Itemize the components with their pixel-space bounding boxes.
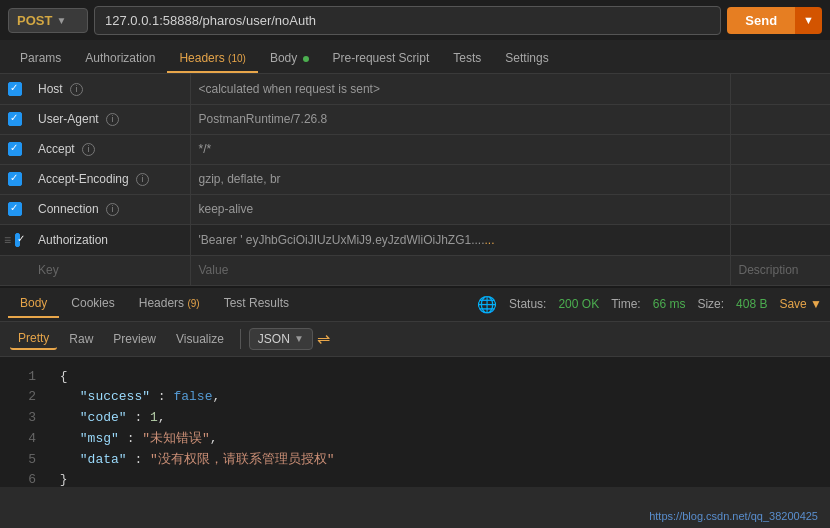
header-key: Accept-Encoding i: [30, 164, 190, 194]
tab-authorization[interactable]: Authorization: [73, 45, 167, 73]
save-response-button[interactable]: Save ▼: [779, 297, 822, 311]
send-button-group: Send ▼: [727, 7, 822, 34]
response-toolbar: Pretty Raw Preview Visualize JSON ▼ ⇌: [0, 322, 830, 357]
resp-tab-body[interactable]: Body: [8, 290, 59, 318]
method-select[interactable]: POST ▼: [8, 8, 88, 33]
line-number: 3: [16, 408, 36, 429]
tab-params[interactable]: Params: [8, 45, 73, 73]
header-desc: [730, 74, 830, 104]
status-value: 200 OK: [558, 297, 599, 311]
resp-tab-test-results[interactable]: Test Results: [212, 290, 301, 318]
header-value: PostmanRuntime/7.26.8: [190, 104, 730, 134]
table-row: Host i <calculated when request is sent>: [0, 74, 830, 104]
header-value: <calculated when request is sent>: [190, 74, 730, 104]
footer-url: https://blog.csdn.net/qq_38200425: [649, 510, 818, 522]
response-status: 🌐 Status: 200 OK Time: 66 ms Size: 408 B…: [477, 295, 822, 314]
value-placeholder: Value: [199, 263, 229, 277]
row-checkbox[interactable]: [15, 233, 20, 247]
header-desc: [730, 104, 830, 134]
tab-settings[interactable]: Settings: [493, 45, 560, 73]
headers-table: Host i <calculated when request is sent>…: [0, 74, 830, 286]
header-key: User-Agent i: [30, 104, 190, 134]
new-key-row: Key Value Description: [0, 255, 830, 285]
header-value: keep-alive: [190, 194, 730, 224]
view-preview-button[interactable]: Preview: [105, 329, 164, 349]
headers-badge: (10): [228, 53, 246, 64]
resp-tab-headers[interactable]: Headers (9): [127, 290, 212, 318]
info-icon: i: [70, 83, 83, 96]
tab-tests[interactable]: Tests: [441, 45, 493, 73]
authorization-row: ≡ Authorization 'Bearer ' eyJhbGciOiJIUz…: [0, 224, 830, 255]
url-input[interactable]: [94, 6, 721, 35]
row-checkbox[interactable]: [8, 202, 22, 216]
format-select[interactable]: JSON ▼: [249, 328, 313, 350]
top-bar: POST ▼ Send ▼: [0, 0, 830, 40]
resp-tab-cookies[interactable]: Cookies: [59, 290, 126, 318]
time-label: Time:: [611, 297, 641, 311]
size-value: 408 B: [736, 297, 767, 311]
header-desc: [730, 134, 830, 164]
header-value: 'Bearer ' eyJhbGciOiJIUzUxMiJ9.eyJzdWliO…: [190, 224, 730, 255]
header-desc: [730, 164, 830, 194]
desc-placeholder: Description: [739, 263, 799, 277]
tab-pre-request[interactable]: Pre-request Script: [321, 45, 442, 73]
info-icon: i: [106, 113, 119, 126]
send-dropdown-button[interactable]: ▼: [795, 7, 822, 34]
header-value: gzip, deflate, br: [190, 164, 730, 194]
tab-headers[interactable]: Headers (10): [167, 45, 258, 73]
line-number: 2: [16, 387, 36, 408]
header-value: */*: [190, 134, 730, 164]
format-label: JSON: [258, 332, 290, 346]
info-icon: i: [106, 203, 119, 216]
view-pretty-button[interactable]: Pretty: [10, 328, 57, 350]
table-row: Accept i */*: [0, 134, 830, 164]
send-main-button[interactable]: Send: [727, 7, 795, 34]
header-key: Accept i: [30, 134, 190, 164]
line-number: 5: [16, 450, 36, 471]
globe-icon: 🌐: [477, 295, 497, 314]
format-chevron: ▼: [294, 333, 304, 344]
line-number: 1: [16, 367, 36, 388]
header-key: Connection i: [30, 194, 190, 224]
json-line-3: 3 "code" : 1,: [16, 408, 814, 429]
json-line-6: 6 }: [16, 470, 814, 486]
info-icon: i: [82, 143, 95, 156]
row-checkbox[interactable]: [8, 82, 22, 96]
json-line-2: 2 "success" : false,: [16, 387, 814, 408]
table-row: Accept-Encoding i gzip, deflate, br: [0, 164, 830, 194]
header-desc: [730, 224, 830, 255]
request-tabs: Params Authorization Headers (10) Body P…: [0, 40, 830, 74]
status-label: Status:: [509, 297, 546, 311]
header-desc: [730, 194, 830, 224]
json-line-4: 4 "msg" : "未知错误",: [16, 429, 814, 450]
view-raw-button[interactable]: Raw: [61, 329, 101, 349]
time-value: 66 ms: [653, 297, 686, 311]
response-body: 1 { 2 "success" : false, 3 "code" : 1, 4…: [0, 357, 830, 487]
tab-body[interactable]: Body: [258, 45, 321, 73]
drag-handle: ≡: [4, 233, 11, 247]
method-chevron: ▼: [56, 15, 66, 26]
line-number: 6: [16, 470, 36, 486]
key-placeholder: Key: [38, 263, 59, 277]
row-checkbox[interactable]: [8, 142, 22, 156]
row-checkbox[interactable]: [8, 112, 22, 126]
resp-headers-badge: (9): [187, 298, 199, 309]
response-tabs: Body Cookies Headers (9) Test Results 🌐 …: [0, 288, 830, 322]
table-row: Connection i keep-alive: [0, 194, 830, 224]
header-key: Authorization: [30, 224, 190, 255]
table-row: User-Agent i PostmanRuntime/7.26.8: [0, 104, 830, 134]
view-visualize-button[interactable]: Visualize: [168, 329, 232, 349]
response-area: Body Cookies Headers (9) Test Results 🌐 …: [0, 286, 830, 487]
method-label: POST: [17, 13, 52, 28]
json-line-5: 5 "data" : "没有权限，请联系管理员授权": [16, 450, 814, 471]
wrap-icon[interactable]: ⇌: [317, 329, 330, 348]
json-line-1: 1 {: [16, 367, 814, 388]
info-icon: i: [136, 173, 149, 186]
body-dot: [303, 56, 309, 62]
line-number: 4: [16, 429, 36, 450]
header-key: Host i: [30, 74, 190, 104]
size-label: Size:: [697, 297, 724, 311]
row-checkbox[interactable]: [8, 172, 22, 186]
divider: [240, 329, 241, 349]
